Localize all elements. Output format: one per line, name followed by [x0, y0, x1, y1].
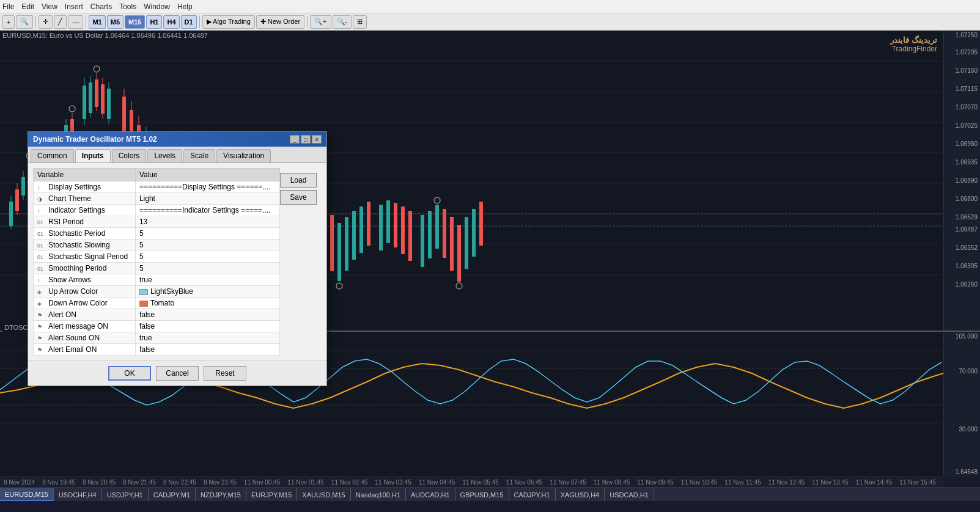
menu-tools[interactable]: Tools — [119, 2, 136, 11]
param-value-cell[interactable]: true — [135, 332, 279, 344]
dialog-maximize-btn[interactable]: □ — [301, 135, 311, 144]
ok-btn[interactable]: OK — [108, 366, 151, 381]
zoom-chart-btn[interactable]: 🔍+ — [310, 15, 331, 29]
param-value-cell[interactable]: Light — [135, 193, 279, 205]
param-value-cell[interactable]: ==========Display Settings ======.... — [135, 181, 279, 193]
param-value-cell[interactable]: ==========Indicator Settings =====.... — [135, 205, 279, 216]
param-value-cell[interactable]: Tomato — [135, 298, 279, 309]
zoom-out-btn[interactable]: 🔍- — [333, 15, 352, 29]
param-value-cell[interactable]: true — [135, 274, 279, 286]
svg-rect-52 — [95, 79, 98, 107]
tf-m5[interactable]: M5 — [107, 15, 123, 29]
zoom-in-btn[interactable]: 🔍 — [16, 15, 33, 29]
param-variable-cell[interactable]: ◈Up Arrow Color — [34, 286, 136, 298]
algo-trading-btn[interactable]: ▶ Algo Trading — [202, 15, 255, 29]
instrument-name: EURUSD,M15 — [2, 32, 46, 39]
tab-xagusd-h4[interactable]: XAGUSD,H4 — [556, 488, 605, 502]
param-value-cell[interactable]: false — [135, 321, 279, 332]
param-variable-cell[interactable]: ↕Show Arrows — [34, 274, 136, 286]
save-btn[interactable]: Save — [280, 190, 317, 205]
param-variable-cell[interactable]: ↕Indicator Settings — [34, 205, 136, 216]
tf-h4[interactable]: H4 — [163, 15, 179, 29]
param-value-cell[interactable]: 5 — [135, 251, 279, 263]
tf-h1[interactable]: H1 — [146, 15, 162, 29]
param-variable-cell[interactable]: 01Stochastic Period — [34, 228, 136, 240]
param-name: Smoothing Period — [48, 264, 106, 272]
tab-nasdaq100-h1[interactable]: Nasdaq100,H1 — [351, 488, 406, 502]
param-value-cell[interactable]: 5 — [135, 263, 279, 274]
param-variable-cell[interactable]: 01Stochastic Signal Period — [34, 251, 136, 263]
param-variable-cell[interactable]: ↕Display Settings — [34, 181, 136, 193]
tab-eurjpy-m15[interactable]: EURJPY,M15 — [246, 488, 297, 502]
param-value-cell[interactable]: LightSkyBlue — [135, 286, 279, 298]
param-variable-cell[interactable]: ⚑Alert ON — [34, 309, 136, 321]
param-variable-cell[interactable]: ⚑Alert message ON — [34, 321, 136, 332]
menu-edit[interactable]: Edit — [21, 2, 34, 11]
tf-m1[interactable]: M1 — [89, 15, 105, 29]
param-variable-cell[interactable]: ⚑Alert Email ON — [34, 344, 136, 356]
svg-rect-147 — [359, 207, 363, 253]
price-label-13: 1.06260 — [956, 281, 978, 288]
menu-help[interactable]: Help — [177, 2, 193, 11]
menu-view[interactable]: View — [42, 2, 57, 11]
new-chart-btn[interactable]: + — [2, 15, 15, 29]
dlg-tab-common[interactable]: Common — [31, 149, 74, 163]
tab-usdchf-h4[interactable]: USDCHF,H4 — [54, 488, 102, 502]
param-value-cell[interactable]: false — [135, 344, 279, 356]
line-btn[interactable]: ╱ — [54, 15, 67, 29]
param-value-cell[interactable]: false — [135, 309, 279, 321]
crosshair-btn[interactable]: ✛ — [39, 15, 53, 29]
tab-eurusd-m15[interactable]: EURUSD,M15 — [0, 488, 54, 502]
tab-usdcad-h1[interactable]: USDCAD,H1 — [605, 488, 654, 502]
tab-xauusd-m15[interactable]: XAUUSD,M15 — [297, 488, 350, 502]
tf-d1[interactable]: D1 — [181, 15, 197, 29]
param-name: Indicator Settings — [48, 206, 105, 214]
time-label-4: 8 Nov 21:45 — [119, 479, 160, 486]
param-value-cell[interactable]: 13 — [135, 216, 279, 228]
menu-file[interactable]: File — [2, 2, 14, 11]
menu-charts[interactable]: Charts — [90, 2, 112, 11]
svg-rect-150 — [386, 200, 390, 243]
param-value-cell[interactable]: 5 — [135, 228, 279, 240]
tab-cadjpy-m1[interactable]: CADJPY,M1 — [149, 488, 196, 502]
tf-m15[interactable]: M15 — [125, 15, 145, 29]
num-icon: 01 — [37, 231, 47, 237]
hline-btn[interactable]: — — [68, 15, 83, 29]
dlg-tab-colors[interactable]: Colors — [112, 149, 147, 163]
tab-gbpusd-m15[interactable]: GBPUSD,M15 — [455, 488, 509, 502]
param-variable-cell[interactable]: ◈Down Arrow Color — [34, 298, 136, 309]
color-icon: ◈ — [37, 301, 47, 307]
table-row: ◑Chart ThemeLight — [34, 193, 280, 205]
reset-btn[interactable]: Reset — [204, 366, 246, 381]
tab-nzdjpy-m15[interactable]: NZDJPY,M15 — [196, 488, 246, 502]
param-variable-cell[interactable]: 01Smoothing Period — [34, 263, 136, 274]
tab-cadjpy-h1[interactable]: CADJPY,H1 — [509, 488, 556, 502]
dlg-tab-scale[interactable]: Scale — [183, 149, 215, 163]
new-order-btn[interactable]: ✚ New Order — [256, 15, 304, 29]
table-row: ◈Up Arrow ColorLightSkyBlue — [34, 286, 280, 298]
menu-insert[interactable]: Insert — [65, 2, 83, 11]
param-variable-cell[interactable]: 01Stochastic Slowing — [34, 240, 136, 251]
dlg-tab-visualization[interactable]: Visualization — [216, 149, 271, 163]
param-name: Down Arrow Color — [48, 299, 108, 307]
param-value-cell[interactable]: 5 — [135, 240, 279, 251]
menu-window[interactable]: Window — [144, 2, 170, 11]
dialog-close-btn[interactable]: ✕ — [312, 135, 322, 144]
instrument-description: Euro vs US Dollar — [50, 32, 103, 39]
param-variable-cell[interactable]: ◑Chart Theme — [34, 193, 136, 205]
time-label-14: 11 Nov 07:45 — [546, 479, 590, 486]
tab-usdjpy-h1[interactable]: USDJPY,H1 — [102, 488, 149, 502]
tab-audcad-h1[interactable]: AUDCAD,H1 — [406, 488, 455, 502]
table-row: ↕Display Settings==========Display Setti… — [34, 181, 280, 193]
param-name: Show Arrows — [48, 276, 91, 284]
cancel-btn[interactable]: Cancel — [156, 366, 199, 381]
param-variable-cell[interactable]: ⚑Alert Sound ON — [34, 332, 136, 344]
time-label-2: 8 Nov 19:45 — [39, 479, 79, 486]
dialog-titlebar: Dynamic Trader Oscillator MT5 1.02 _ □ ✕ — [28, 132, 326, 147]
param-variable-cell[interactable]: 01RSI Period — [34, 216, 136, 228]
dlg-tab-inputs[interactable]: Inputs — [75, 149, 111, 163]
dlg-tab-levels[interactable]: Levels — [147, 149, 182, 163]
load-btn[interactable]: Load — [280, 173, 317, 188]
grid-btn[interactable]: ⊞ — [353, 15, 367, 29]
dialog-minimize-btn[interactable]: _ — [290, 135, 300, 144]
